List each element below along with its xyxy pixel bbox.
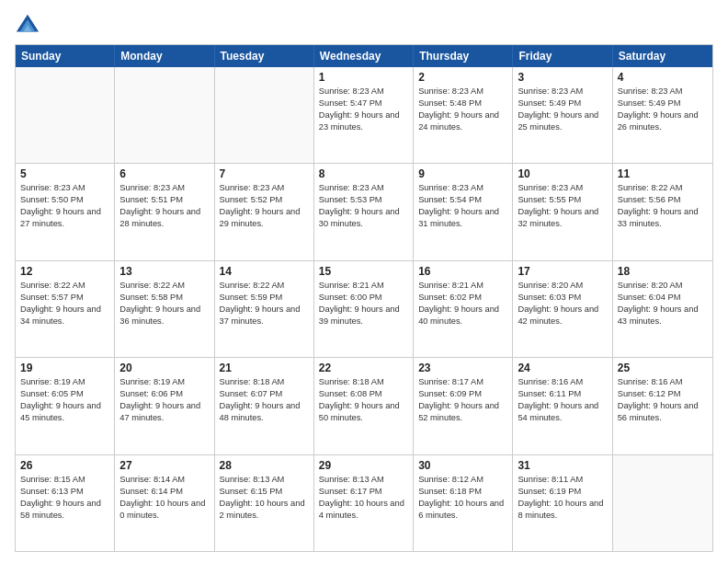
calendar-row: 12Sunrise: 8:22 AMSunset: 5:57 PMDayligh… bbox=[16, 260, 712, 357]
cell-info: Sunrise: 8:18 AMSunset: 6:07 PMDaylight:… bbox=[220, 376, 309, 424]
day-number: 27 bbox=[119, 459, 209, 472]
calendar-cell: 19Sunrise: 8:19 AMSunset: 6:05 PMDayligh… bbox=[16, 358, 115, 454]
cell-info: Sunrise: 8:23 AMSunset: 5:48 PMDaylight:… bbox=[418, 86, 507, 133]
calendar-cell bbox=[215, 67, 314, 163]
calendar-cell: 7Sunrise: 8:23 AMSunset: 5:52 PMDaylight… bbox=[215, 164, 314, 259]
calendar-cell: 31Sunrise: 8:11 AMSunset: 6:19 PMDayligh… bbox=[513, 455, 612, 551]
cell-info: Sunrise: 8:23 AMSunset: 5:49 PMDaylight:… bbox=[618, 86, 708, 133]
day-number: 31 bbox=[518, 459, 607, 472]
weekday-header: Wednesday bbox=[314, 45, 414, 67]
cell-info: Sunrise: 8:11 AMSunset: 6:19 PMDaylight:… bbox=[518, 474, 607, 522]
day-number: 19 bbox=[20, 362, 109, 374]
weekday-header: Sunday bbox=[16, 45, 115, 67]
calendar-body: 1Sunrise: 8:23 AMSunset: 5:47 PMDaylight… bbox=[16, 67, 712, 551]
cell-info: Sunrise: 8:19 AMSunset: 6:05 PMDaylight:… bbox=[20, 376, 109, 424]
calendar-cell: 1Sunrise: 8:23 AMSunset: 5:47 PMDaylight… bbox=[314, 67, 414, 163]
cell-info: Sunrise: 8:23 AMSunset: 5:52 PMDaylight:… bbox=[220, 182, 309, 230]
calendar-row: 5Sunrise: 8:23 AMSunset: 5:50 PMDaylight… bbox=[16, 163, 712, 259]
weekday-header: Friday bbox=[513, 45, 612, 67]
cell-info: Sunrise: 8:23 AMSunset: 5:55 PMDaylight:… bbox=[518, 182, 607, 230]
calendar-page: SundayMondayTuesdayWednesdayThursdayFrid… bbox=[0, 0, 728, 563]
cell-info: Sunrise: 8:13 AMSunset: 6:17 PMDaylight:… bbox=[319, 474, 408, 522]
calendar-cell bbox=[115, 67, 214, 163]
cell-info: Sunrise: 8:23 AMSunset: 5:50 PMDaylight:… bbox=[20, 182, 109, 230]
cell-info: Sunrise: 8:16 AMSunset: 6:11 PMDaylight:… bbox=[518, 376, 607, 424]
calendar-cell: 10Sunrise: 8:23 AMSunset: 5:55 PMDayligh… bbox=[513, 164, 612, 259]
day-number: 2 bbox=[418, 71, 507, 84]
cell-info: Sunrise: 8:23 AMSunset: 5:51 PMDaylight:… bbox=[119, 182, 209, 230]
day-number: 30 bbox=[418, 459, 507, 472]
day-number: 9 bbox=[418, 167, 507, 180]
calendar-cell: 17Sunrise: 8:20 AMSunset: 6:03 PMDayligh… bbox=[513, 261, 612, 357]
calendar-cell: 22Sunrise: 8:18 AMSunset: 6:08 PMDayligh… bbox=[314, 358, 414, 454]
day-number: 14 bbox=[220, 265, 309, 278]
cell-info: Sunrise: 8:12 AMSunset: 6:18 PMDaylight:… bbox=[418, 474, 507, 522]
cell-info: Sunrise: 8:22 AMSunset: 5:56 PMDaylight:… bbox=[618, 182, 708, 230]
calendar-cell: 20Sunrise: 8:19 AMSunset: 6:06 PMDayligh… bbox=[115, 358, 214, 454]
cell-info: Sunrise: 8:23 AMSunset: 5:47 PMDaylight:… bbox=[319, 86, 408, 133]
calendar-cell: 24Sunrise: 8:16 AMSunset: 6:11 PMDayligh… bbox=[513, 358, 612, 454]
day-number: 24 bbox=[518, 362, 607, 374]
calendar-cell: 21Sunrise: 8:18 AMSunset: 6:07 PMDayligh… bbox=[215, 358, 314, 454]
day-number: 16 bbox=[418, 265, 507, 278]
calendar-cell: 29Sunrise: 8:13 AMSunset: 6:17 PMDayligh… bbox=[314, 455, 414, 551]
day-number: 7 bbox=[220, 167, 309, 180]
cell-info: Sunrise: 8:21 AMSunset: 6:00 PMDaylight:… bbox=[319, 280, 408, 327]
day-number: 17 bbox=[518, 265, 607, 278]
calendar-cell: 28Sunrise: 8:13 AMSunset: 6:15 PMDayligh… bbox=[215, 455, 314, 551]
day-number: 13 bbox=[119, 265, 209, 278]
day-number: 21 bbox=[220, 362, 309, 374]
page-header bbox=[15, 11, 713, 37]
calendar-cell: 23Sunrise: 8:17 AMSunset: 6:09 PMDayligh… bbox=[414, 358, 513, 454]
calendar-cell: 11Sunrise: 8:22 AMSunset: 5:56 PMDayligh… bbox=[613, 164, 712, 259]
calendar-cell: 4Sunrise: 8:23 AMSunset: 5:49 PMDaylight… bbox=[613, 67, 712, 163]
day-number: 28 bbox=[220, 459, 309, 472]
day-number: 6 bbox=[119, 167, 209, 180]
day-number: 4 bbox=[618, 71, 708, 84]
day-number: 11 bbox=[618, 167, 708, 180]
calendar-cell: 8Sunrise: 8:23 AMSunset: 5:53 PMDaylight… bbox=[314, 164, 414, 259]
cell-info: Sunrise: 8:22 AMSunset: 5:59 PMDaylight:… bbox=[220, 280, 309, 327]
cell-info: Sunrise: 8:19 AMSunset: 6:06 PMDaylight:… bbox=[119, 376, 209, 424]
calendar-header: SundayMondayTuesdayWednesdayThursdayFrid… bbox=[16, 45, 712, 67]
calendar-cell: 15Sunrise: 8:21 AMSunset: 6:00 PMDayligh… bbox=[314, 261, 414, 357]
cell-info: Sunrise: 8:23 AMSunset: 5:53 PMDaylight:… bbox=[319, 182, 408, 230]
weekday-header: Tuesday bbox=[215, 45, 314, 67]
cell-info: Sunrise: 8:23 AMSunset: 5:54 PMDaylight:… bbox=[418, 182, 507, 230]
day-number: 26 bbox=[20, 459, 109, 472]
day-number: 3 bbox=[518, 71, 607, 84]
day-number: 10 bbox=[518, 167, 607, 180]
calendar-row: 26Sunrise: 8:15 AMSunset: 6:13 PMDayligh… bbox=[16, 454, 712, 551]
day-number: 20 bbox=[119, 362, 209, 374]
calendar-cell: 18Sunrise: 8:20 AMSunset: 6:04 PMDayligh… bbox=[613, 261, 712, 357]
calendar-cell: 6Sunrise: 8:23 AMSunset: 5:51 PMDaylight… bbox=[115, 164, 214, 259]
cell-info: Sunrise: 8:22 AMSunset: 5:58 PMDaylight:… bbox=[119, 280, 209, 327]
logo bbox=[15, 11, 44, 37]
calendar-cell: 2Sunrise: 8:23 AMSunset: 5:48 PMDaylight… bbox=[414, 67, 513, 163]
logo-icon bbox=[15, 11, 40, 37]
calendar-cell: 25Sunrise: 8:16 AMSunset: 6:12 PMDayligh… bbox=[613, 358, 712, 454]
cell-info: Sunrise: 8:20 AMSunset: 6:04 PMDaylight:… bbox=[618, 280, 708, 327]
cell-info: Sunrise: 8:16 AMSunset: 6:12 PMDaylight:… bbox=[618, 376, 708, 424]
calendar: SundayMondayTuesdayWednesdayThursdayFrid… bbox=[15, 44, 713, 552]
calendar-cell bbox=[16, 67, 115, 163]
day-number: 5 bbox=[20, 167, 109, 180]
cell-info: Sunrise: 8:15 AMSunset: 6:13 PMDaylight:… bbox=[20, 474, 109, 522]
calendar-cell: 14Sunrise: 8:22 AMSunset: 5:59 PMDayligh… bbox=[215, 261, 314, 357]
calendar-cell: 3Sunrise: 8:23 AMSunset: 5:49 PMDaylight… bbox=[513, 67, 612, 163]
cell-info: Sunrise: 8:18 AMSunset: 6:08 PMDaylight:… bbox=[319, 376, 408, 424]
day-number: 22 bbox=[319, 362, 408, 374]
calendar-cell: 16Sunrise: 8:21 AMSunset: 6:02 PMDayligh… bbox=[414, 261, 513, 357]
cell-info: Sunrise: 8:14 AMSunset: 6:14 PMDaylight:… bbox=[119, 474, 209, 522]
calendar-cell: 9Sunrise: 8:23 AMSunset: 5:54 PMDaylight… bbox=[414, 164, 513, 259]
weekday-header: Saturday bbox=[613, 45, 712, 67]
calendar-cell: 26Sunrise: 8:15 AMSunset: 6:13 PMDayligh… bbox=[16, 455, 115, 551]
day-number: 12 bbox=[20, 265, 109, 278]
calendar-row: 1Sunrise: 8:23 AMSunset: 5:47 PMDaylight… bbox=[16, 67, 712, 163]
weekday-header: Monday bbox=[115, 45, 214, 67]
calendar-cell: 12Sunrise: 8:22 AMSunset: 5:57 PMDayligh… bbox=[16, 261, 115, 357]
calendar-cell: 13Sunrise: 8:22 AMSunset: 5:58 PMDayligh… bbox=[115, 261, 214, 357]
calendar-cell: 27Sunrise: 8:14 AMSunset: 6:14 PMDayligh… bbox=[115, 455, 214, 551]
day-number: 1 bbox=[319, 71, 408, 84]
cell-info: Sunrise: 8:20 AMSunset: 6:03 PMDaylight:… bbox=[518, 280, 607, 327]
